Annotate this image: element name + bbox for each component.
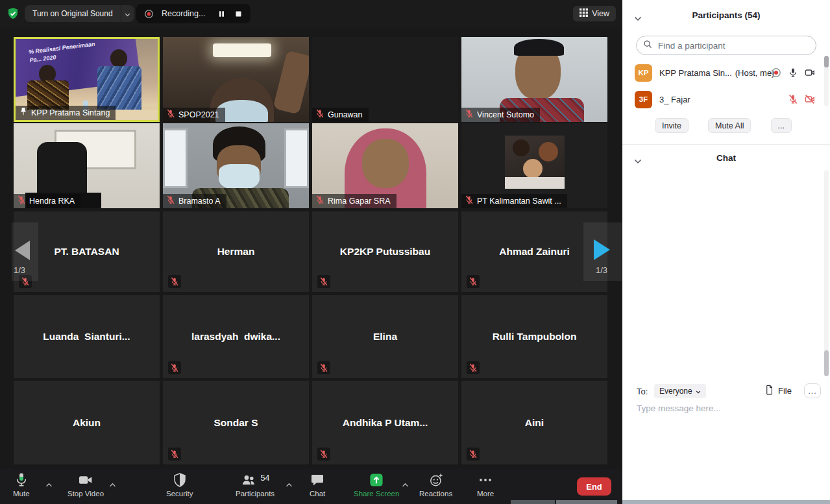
participant-name-label: PT Kalimantan Sawit ... bbox=[461, 194, 567, 208]
muted-mic-icon bbox=[467, 448, 480, 461]
chat-more-button[interactable]: ... bbox=[804, 383, 821, 398]
caret-down-icon bbox=[125, 8, 130, 19]
prev-page-arrow[interactable] bbox=[15, 241, 30, 260]
video-tile[interactable]: Herman bbox=[163, 211, 309, 292]
next-page-overlay: 1/3 bbox=[583, 222, 622, 281]
attach-file-button[interactable]: File bbox=[764, 385, 792, 397]
security-button[interactable]: Security bbox=[166, 472, 193, 498]
video-tile[interactable]: Elina bbox=[312, 295, 458, 378]
share-screen-button[interactable]: Share Screen bbox=[354, 472, 399, 498]
muted-mic-icon bbox=[467, 361, 480, 374]
muted-mic-icon bbox=[317, 361, 330, 374]
security-shield-check-icon bbox=[6, 7, 19, 20]
stop-recording-button[interactable] bbox=[234, 9, 243, 18]
bottom-scrollbar-segment bbox=[556, 500, 617, 504]
participant-search[interactable] bbox=[636, 36, 816, 55]
muted-mic-icon bbox=[17, 195, 26, 207]
collapse-participants-chevron-icon[interactable] bbox=[634, 12, 642, 18]
mute-button[interactable]: Mute bbox=[13, 472, 30, 498]
to-label: To: bbox=[637, 387, 648, 396]
video-tile[interactable]: PT Kalimantan Sawit ... bbox=[461, 123, 607, 208]
view-button-label: View bbox=[592, 9, 609, 18]
video-tile[interactable]: Luanda Sianturi... bbox=[14, 295, 160, 378]
participant-name-label: Ahmad Zainuri bbox=[499, 246, 570, 258]
security-label: Security bbox=[166, 490, 193, 498]
chat-label: Chat bbox=[310, 490, 325, 498]
participants-options-caret[interactable] bbox=[286, 478, 293, 483]
search-input[interactable] bbox=[657, 40, 799, 51]
participant-name: KPP Pratama Sin... bbox=[659, 68, 732, 78]
page-indicator: 1/3 bbox=[14, 265, 25, 275]
muted-mic-icon bbox=[166, 195, 175, 207]
collapse-chat-chevron-icon[interactable] bbox=[634, 155, 642, 160]
muted-mic-icon bbox=[317, 275, 330, 288]
share-options-caret[interactable] bbox=[402, 478, 409, 483]
video-tile[interactable]: Hendra RKA bbox=[14, 123, 160, 208]
original-sound-button[interactable]: Turn on Original Sound bbox=[25, 5, 121, 22]
chat-bubble-icon bbox=[310, 472, 325, 488]
participant-row[interactable]: KPKPP Pratama Sin...(Host, me) bbox=[622, 60, 824, 86]
participants-panel-title: Participants (54) bbox=[622, 10, 830, 20]
video-tile[interactable]: SPOP2021 bbox=[163, 37, 309, 122]
participants-scrollbar[interactable] bbox=[824, 56, 829, 106]
original-sound-caret-button[interactable] bbox=[121, 5, 134, 22]
reactions-label: Reactions bbox=[419, 490, 452, 498]
sidebar-bottom-scrollbar bbox=[622, 500, 830, 504]
participant-name-label: Elina bbox=[373, 331, 397, 342]
share-screen-icon bbox=[369, 472, 384, 488]
invite-button[interactable]: Invite bbox=[655, 118, 689, 133]
chat-panel-header: Chat bbox=[622, 148, 830, 167]
next-page-arrow[interactable] bbox=[594, 239, 610, 260]
chat-panel-title: Chat bbox=[622, 153, 830, 163]
video-tile[interactable]: KP2KP Putussibau bbox=[312, 211, 458, 292]
video-tile[interactable]: larasdyah dwika... bbox=[163, 295, 309, 378]
pause-recording-button[interactable] bbox=[217, 9, 226, 18]
recording-indicator-group: Recording... bbox=[136, 4, 250, 23]
more-label: More bbox=[477, 490, 494, 498]
stop-video-button[interactable]: Stop Video bbox=[67, 472, 104, 498]
video-tile[interactable]: Bramasto A bbox=[163, 123, 309, 208]
mute-all-button[interactable]: Mute All bbox=[708, 118, 751, 133]
video-tile[interactable]: Rulli Tampubolon bbox=[461, 295, 607, 378]
reactions-button[interactable]: Reactions bbox=[419, 472, 452, 498]
muted-mic-icon bbox=[465, 109, 474, 121]
caret-down-icon bbox=[696, 387, 701, 396]
reactions-smiley-icon bbox=[428, 472, 444, 488]
participants-more-button[interactable]: ... bbox=[771, 118, 792, 133]
muted-mic-icon bbox=[788, 94, 798, 104]
recipient-dropdown[interactable]: Everyone bbox=[654, 384, 706, 398]
mute-options-caret[interactable] bbox=[45, 478, 53, 483]
microphone-icon bbox=[14, 472, 29, 488]
video-tile[interactable]: Sondar S bbox=[163, 381, 309, 464]
participant-name-label: Sondar S bbox=[214, 417, 258, 429]
view-button[interactable]: View bbox=[573, 6, 616, 21]
meeting-sidebar: Participants (54) KPKPP Pratama Sin...(H… bbox=[622, 0, 830, 504]
video-tile[interactable]: Gunawan bbox=[312, 37, 458, 122]
chat-button[interactable]: Chat bbox=[310, 472, 325, 498]
video-tile[interactable]: Vincent Sutomo bbox=[461, 37, 607, 122]
chat-scrollbar[interactable] bbox=[824, 170, 829, 376]
participants-actions: Invite Mute All ... bbox=[622, 118, 824, 133]
bottom-scrollbar-segment bbox=[511, 500, 555, 504]
chat-message-input[interactable]: Type message here... bbox=[637, 403, 721, 413]
meeting-toolbar: Mute Stop Video Security 54 Participants bbox=[0, 469, 622, 504]
participant-name-label: Herman bbox=[217, 246, 255, 258]
page-indicator: 1/3 bbox=[596, 265, 607, 275]
video-tile[interactable]: Rima Gapar SRA bbox=[312, 123, 458, 208]
video-tile[interactable]: Andhika P Utam... bbox=[312, 381, 458, 464]
end-meeting-button[interactable]: End bbox=[577, 477, 611, 496]
zoom-meeting-window: Turn on Original Sound Recording... View… bbox=[0, 0, 830, 504]
participants-button[interactable]: 54 Participants bbox=[236, 472, 275, 498]
video-tile[interactable]: Akiun bbox=[14, 381, 160, 464]
participant-row[interactable]: 3F3_ Fajar bbox=[622, 86, 824, 112]
video-tile[interactable]: % Realisasi PenerimaanPa... 2020KPP Prat… bbox=[14, 37, 160, 122]
file-label: File bbox=[778, 386, 792, 396]
video-camera-icon bbox=[78, 472, 93, 488]
participant-name-label: SPOP2021 bbox=[163, 108, 225, 122]
video-tile[interactable]: Aini bbox=[461, 381, 607, 464]
participants-panel-header: Participants (54) bbox=[622, 5, 830, 25]
panel-divider bbox=[622, 144, 830, 145]
participants-count: 54 bbox=[261, 474, 270, 483]
more-button[interactable]: More bbox=[477, 472, 494, 498]
video-options-caret[interactable] bbox=[109, 478, 116, 483]
